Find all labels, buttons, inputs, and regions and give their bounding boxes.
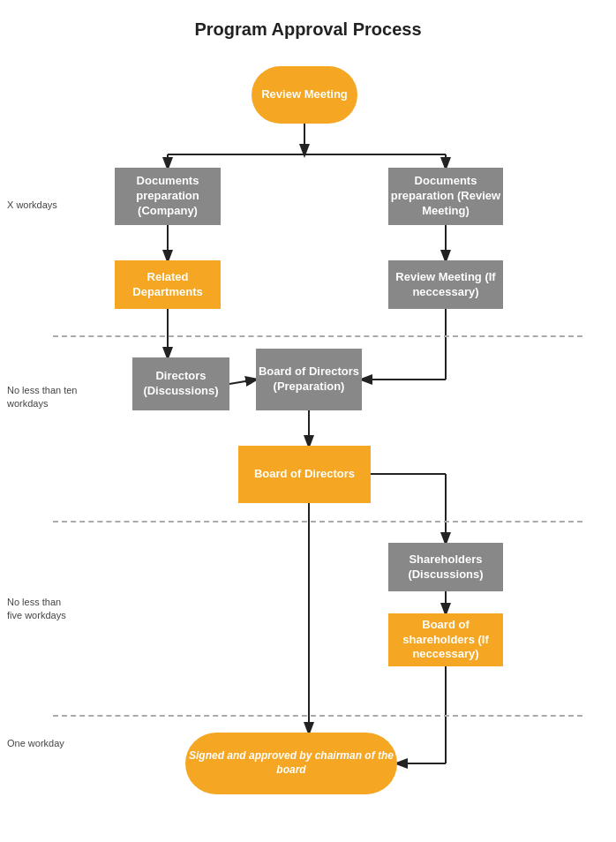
dashed-line-3 — [53, 715, 582, 717]
shareholders-discussions-node: Shareholders (Discussions) — [388, 543, 503, 591]
label-one-workday: One workday — [7, 737, 78, 750]
dashed-line-1 — [53, 335, 582, 337]
board-of-directors-main-node: Board of Directors — [238, 446, 371, 503]
related-departments-node: Related Departments — [115, 260, 221, 309]
page-title: Program Approval Process — [0, 0, 616, 49]
docs-preparation-company-node: Documents preparation (Company) — [115, 168, 221, 225]
dashed-line-2 — [53, 521, 582, 522]
review-meeting-ifnecessary-node: Review Meeting (If neccessary) — [388, 260, 503, 309]
label-x-workdays: X workdays — [7, 199, 78, 212]
label-no-less-ten: No less than ten workdays — [7, 384, 78, 411]
directors-discussions-node: Directors (Discussions) — [132, 357, 229, 410]
signed-approved-node: Signed and approved by chairman of the b… — [185, 733, 397, 794]
svg-line-9 — [229, 380, 256, 384]
review-meeting-top-node: Review Meeting — [252, 66, 357, 124]
label-no-less-five: No less than five workdays — [7, 596, 78, 623]
diagram-container: Review Meeting Documents preparation (Co… — [0, 49, 616, 834]
board-of-shareholders-node: Board of shareholders (If neccessary) — [388, 613, 503, 666]
board-of-directors-preparation-node: Board of Directors (Preparation) — [256, 349, 362, 410]
docs-preparation-review-node: Documents preparation (Review Meeting) — [388, 168, 503, 225]
